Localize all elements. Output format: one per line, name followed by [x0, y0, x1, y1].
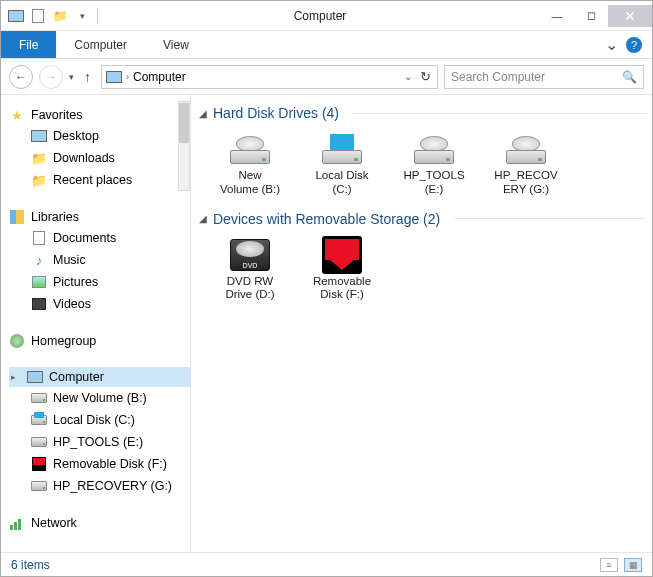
maximize-button[interactable]: ◻: [574, 5, 608, 27]
drive-tile-dvd-rw-d[interactable]: DVD DVD RW Drive (D:): [209, 235, 291, 303]
favorites-node[interactable]: ★ Favorites: [9, 105, 190, 125]
sidebar-item-pictures[interactable]: Pictures: [9, 271, 190, 293]
sidebar-item-music[interactable]: ♪Music: [9, 249, 190, 271]
window-controls: — ◻ ✕: [540, 5, 652, 27]
address-text[interactable]: Computer: [133, 70, 186, 84]
homegroup-node[interactable]: Homegroup: [9, 331, 190, 351]
navigation-bar: ← → ▾ ↑ › Computer ⌄ ↻ Search Computer 🔍: [1, 59, 652, 95]
sidebar-item-label: Downloads: [53, 151, 115, 165]
qat-dropdown-icon[interactable]: ▾: [73, 7, 91, 25]
title-bar: 📁 ▾ Computer — ◻ ✕: [1, 1, 652, 31]
pictures-icon: [31, 274, 47, 290]
tile-label: ERY (G:): [503, 183, 549, 197]
tile-label: (E:): [425, 183, 444, 197]
folder-icon: 📁: [31, 150, 47, 166]
sidebar-item-label: Local Disk (C:): [53, 413, 135, 427]
section-header-hdd[interactable]: ◢ Hard Disk Drives (4): [199, 105, 646, 121]
homegroup-icon: [9, 333, 25, 349]
removable-disk-icon: [31, 456, 47, 472]
content-pane[interactable]: ◢ Hard Disk Drives (4) New Volume (B:) L…: [191, 95, 652, 552]
favorites-label: Favorites: [31, 108, 82, 122]
drive-tile-hp-tools-e[interactable]: HP_TOOLS (E:): [393, 129, 475, 197]
tile-label: New: [238, 169, 261, 183]
computer-icon[interactable]: [7, 7, 25, 25]
sidebar-item-label: Desktop: [53, 129, 99, 143]
forward-button[interactable]: →: [39, 65, 63, 89]
ribbon: File Computer View ⌄ ?: [1, 31, 652, 59]
sidebar-item-new-volume-b[interactable]: New Volume (B:): [9, 387, 190, 409]
sidebar-item-label: Videos: [53, 297, 91, 311]
quick-access-toolbar: 📁 ▾: [1, 7, 100, 25]
sidebar-item-label: Music: [53, 253, 86, 267]
address-bar[interactable]: › Computer ⌄ ↻: [101, 65, 438, 89]
recent-locations-icon[interactable]: ▾: [69, 72, 74, 82]
computer-label: Computer: [49, 370, 104, 384]
tile-label: HP_RECOV: [494, 169, 557, 183]
back-button[interactable]: ←: [9, 65, 33, 89]
expand-icon[interactable]: ▸: [11, 372, 21, 382]
music-icon: ♪: [31, 252, 47, 268]
tile-label: Disk (F:): [320, 288, 363, 302]
drive-tile-local-disk-c[interactable]: Local Disk (C:): [301, 129, 383, 197]
file-tab[interactable]: File: [1, 31, 56, 58]
properties-icon[interactable]: [29, 7, 47, 25]
tab-computer[interactable]: Computer: [56, 31, 145, 58]
close-button[interactable]: ✕: [608, 5, 652, 27]
sidebar-item-label: New Volume (B:): [53, 391, 147, 405]
removable-disk-icon: [320, 235, 364, 275]
sidebar-item-hp-tools-e[interactable]: HP_TOOLS (E:): [9, 431, 190, 453]
sidebar-item-local-disk-c[interactable]: Local Disk (C:): [9, 409, 190, 431]
up-button[interactable]: ↑: [80, 69, 95, 85]
hdd-icon: [504, 129, 548, 169]
status-text: 6 items: [11, 558, 50, 572]
sidebar-item-downloads[interactable]: 📁Downloads: [9, 147, 190, 169]
address-crumb-icon[interactable]: ›: [126, 72, 129, 82]
collapse-icon[interactable]: ◢: [199, 108, 207, 119]
folder-icon: 📁: [31, 172, 47, 188]
address-dropdown-icon[interactable]: ⌄: [404, 71, 412, 82]
tile-label: Drive (D:): [225, 288, 274, 302]
sidebar-item-desktop[interactable]: Desktop: [9, 125, 190, 147]
drive-tile-hp-recovery-g[interactable]: HP_RECOV ERY (G:): [485, 129, 567, 197]
videos-icon: [31, 296, 47, 312]
details-view-button[interactable]: ≡: [600, 558, 618, 572]
libraries-node[interactable]: Libraries: [9, 207, 190, 227]
sidebar-item-removable-disk-f[interactable]: Removable Disk (F:): [9, 453, 190, 475]
network-label: Network: [31, 516, 77, 530]
section-header-removable[interactable]: ◢ Devices with Removable Storage (2): [199, 211, 646, 227]
windows-drive-icon: [31, 412, 47, 428]
search-icon[interactable]: 🔍: [622, 70, 637, 84]
tile-label: Volume (B:): [220, 183, 280, 197]
tile-label: DVD RW: [227, 275, 273, 289]
view-switcher: ≡ ▦: [600, 558, 642, 572]
computer-icon: [27, 369, 43, 385]
star-icon: ★: [9, 107, 25, 123]
sidebar-item-label: Recent places: [53, 173, 132, 187]
window-title: Computer: [100, 9, 540, 23]
drive-tile-new-volume-b[interactable]: New Volume (B:): [209, 129, 291, 197]
tiles-view-button[interactable]: ▦: [624, 558, 642, 572]
nav-scrollbar[interactable]: [178, 101, 190, 191]
libraries-label: Libraries: [31, 210, 79, 224]
tab-view[interactable]: View: [145, 31, 207, 58]
computer-node[interactable]: ▸ Computer: [9, 367, 190, 387]
drive-icon: [31, 434, 47, 450]
ribbon-expand-icon[interactable]: ⌄: [605, 35, 618, 54]
tile-label: Local Disk: [315, 169, 368, 183]
windows-hdd-icon: [320, 129, 364, 169]
collapse-icon[interactable]: ◢: [199, 213, 207, 224]
drive-tile-removable-disk-f[interactable]: Removable Disk (F:): [301, 235, 383, 303]
sidebar-item-hp-recovery-g[interactable]: HP_RECOVERY (G:): [9, 475, 190, 497]
section-title: Devices with Removable Storage (2): [213, 211, 440, 227]
new-folder-icon[interactable]: 📁: [51, 7, 69, 25]
libraries-icon: [9, 209, 25, 225]
help-icon[interactable]: ?: [626, 37, 642, 53]
sidebar-item-videos[interactable]: Videos: [9, 293, 190, 315]
address-computer-icon: [106, 69, 122, 85]
network-node[interactable]: Network: [9, 513, 190, 533]
minimize-button[interactable]: —: [540, 5, 574, 27]
search-input[interactable]: Search Computer 🔍: [444, 65, 644, 89]
refresh-button[interactable]: ↻: [418, 69, 433, 84]
sidebar-item-recent-places[interactable]: 📁Recent places: [9, 169, 190, 191]
sidebar-item-documents[interactable]: Documents: [9, 227, 190, 249]
